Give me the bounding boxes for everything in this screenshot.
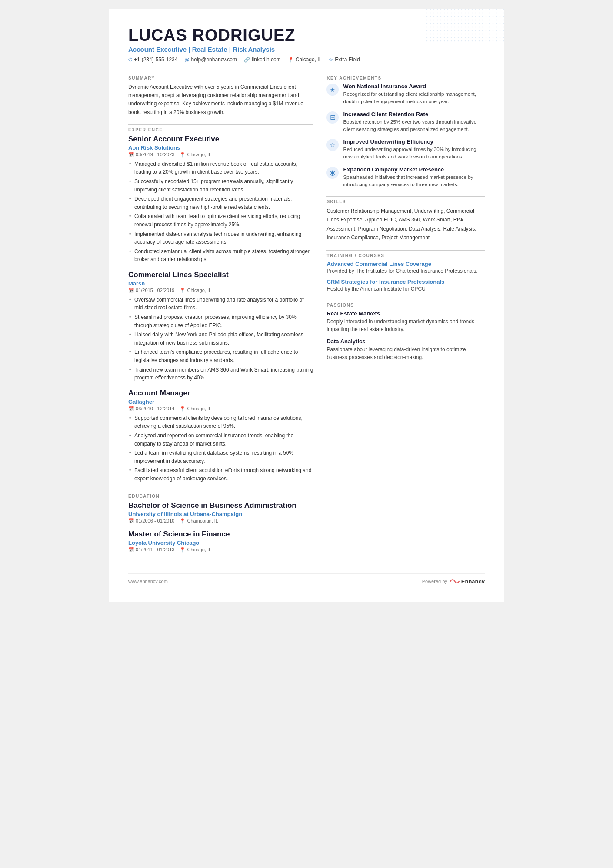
job-block-3: Account Manager Gallagher 📅 06/2010 - 12… [128, 389, 313, 483]
training-label: TRAINING / COURSES [326, 250, 485, 258]
edu-location-1: 📍 Champaign, IL [180, 518, 218, 524]
training-item-1: CRM Strategies for Insurance Professiona… [326, 278, 485, 292]
contact-phone: ✆ +1-(234)-555-1234 [128, 57, 177, 63]
edu-location-2: 📍 Chicago, IL [180, 547, 211, 553]
contact-email: @ help@enhancv.com [184, 57, 237, 63]
achievement-desc-2: Reduced underwriting approval times by 3… [343, 146, 485, 161]
achievements-label: KEY ACHIEVEMENTS [326, 73, 485, 80]
bullet-1-3: Collaborated with team lead to optimize … [128, 212, 313, 228]
skills-label: SKILLS [326, 196, 485, 204]
achievement-icon-1: ⊟ [326, 111, 339, 124]
bullet-1-1: Successfully negotiated 15+ program rene… [128, 178, 313, 194]
location-icon-3: 📍 [180, 406, 186, 411]
job-dates-2: 📅 01/2015 - 02/2019 [128, 288, 174, 293]
footer-website: www.enhancv.com [128, 579, 168, 584]
edu-meta-2: 📅 01/2011 - 01/2013 📍 Chicago, IL [128, 547, 313, 553]
calendar-icon-e2: 📅 [128, 547, 134, 552]
achievement-title-0: Won National Insurance Award [343, 83, 485, 90]
edu-degree-2: Master of Science in Finance [128, 530, 313, 539]
training-section: TRAINING / COURSES Advanced Commercial L… [326, 250, 485, 292]
link-icon: 🔗 [244, 57, 250, 63]
achievement-title-3: Expanded Company Market Presence [343, 166, 485, 173]
job-location-3: 📍 Chicago, IL [180, 406, 211, 412]
edu-dates-2: 📅 01/2011 - 01/2013 [128, 547, 174, 553]
achievement-desc-1: Boosted retention by 25% over two years … [343, 118, 485, 134]
resume-page: LUCAS RODRIGUEZ Account Executive | Real… [109, 9, 504, 602]
achievement-icon-0: ★ [326, 84, 339, 96]
summary-text: Dynamic Account Executive with over 5 ye… [128, 83, 313, 117]
passion-item-0: Real Estate Markets Deeply interested in… [326, 310, 485, 334]
location-icon: 📍 [288, 57, 294, 63]
bullet-3-2: Led a team in revitalizing client databa… [128, 449, 313, 465]
job-meta-2: 📅 01/2015 - 02/2019 📍 Chicago, IL [128, 288, 313, 293]
bullet-2-0: Oversaw commercial lines underwriting an… [128, 296, 313, 312]
bullet-2-4: Trained new team members on AMS 360 and … [128, 366, 313, 382]
job-company-2: Marsh [128, 280, 313, 287]
bullet-1-0: Managed a diversified $1 million revenue… [128, 160, 313, 176]
training-title-1: CRM Strategies for Insurance Professiona… [326, 278, 485, 285]
location-icon-e1: 📍 [180, 518, 186, 523]
job-location-1: 📍 Chicago, IL [180, 152, 211, 158]
job-block-1: Senior Account Executive Aon Risk Soluti… [128, 135, 313, 264]
achievement-desc-0: Recognized for outstanding client relati… [343, 90, 485, 106]
left-column: SUMMARY Dynamic Account Executive with o… [128, 73, 313, 560]
achievement-1: ⊟ Increased Client Retention Rate Booste… [326, 111, 485, 134]
email-icon: @ [184, 57, 189, 62]
edu-school-2: Loyola University Chicago [128, 540, 313, 546]
summary-label: SUMMARY [128, 73, 313, 80]
achievement-3: ◉ Expanded Company Market Presence Spear… [326, 166, 485, 189]
calendar-icon-2: 📅 [128, 288, 134, 293]
passions-section: PASSIONS Real Estate Markets Deeply inte… [326, 300, 485, 362]
passion-desc-1: Passionate about leveraging data-driven … [326, 345, 485, 362]
skills-text: Customer Relationship Management, Underw… [326, 207, 485, 242]
contact-location: 📍 Chicago, IL [288, 57, 322, 63]
job-title-2: Commercial Lines Specialist [128, 271, 313, 279]
skills-section: SKILLS Customer Relationship Management,… [326, 196, 485, 242]
page-footer: www.enhancv.com Powered by Enhancv [128, 573, 485, 585]
summary-section: SUMMARY Dynamic Account Executive with o… [128, 73, 313, 117]
job-bullets-1: Managed a diversified $1 million revenue… [128, 160, 313, 264]
job-company-1: Aon Risk Solutions [128, 144, 313, 151]
achievement-icon-3: ◉ [326, 167, 339, 179]
education-section: EDUCATION Bachelor of Science in Busines… [128, 491, 313, 553]
calendar-icon-e1: 📅 [128, 518, 134, 523]
bullet-2-3: Enhanced team's compliance procedures, r… [128, 348, 313, 364]
candidate-name: LUCAS RODRIGUEZ [128, 26, 485, 45]
experience-section: EXPERIENCE Senior Account Executive Aon … [128, 124, 313, 483]
location-icon-e2: 📍 [180, 547, 186, 552]
contact-linkedin: 🔗 linkedin.com [244, 57, 281, 63]
main-columns: SUMMARY Dynamic Account Executive with o… [128, 73, 485, 560]
passion-desc-0: Deeply interested in understanding marke… [326, 318, 485, 334]
bullet-1-4: Implemented data-driven analysis techniq… [128, 230, 313, 246]
achievement-2: ☆ Improved Underwriting Efficiency Reduc… [326, 138, 485, 161]
training-desc-0: Provided by The Institutes for Chartered… [326, 268, 485, 274]
job-location-2: 📍 Chicago, IL [180, 288, 211, 293]
passion-title-0: Real Estate Markets [326, 310, 485, 317]
job-company-3: Gallagher [128, 399, 313, 405]
bullet-3-0: Supported commercial clients by developi… [128, 414, 313, 430]
resume-header: LUCAS RODRIGUEZ Account Executive | Real… [128, 26, 485, 63]
bullet-3-1: Analyzed and reported on commercial insu… [128, 432, 313, 448]
achievement-desc-3: Spearheaded initiatives that increased m… [343, 174, 485, 189]
location-icon-1: 📍 [180, 152, 186, 157]
experience-label: EXPERIENCE [128, 124, 313, 132]
passion-item-1: Data Analytics Passionate about leveragi… [326, 338, 485, 362]
calendar-icon-3: 📅 [128, 406, 134, 411]
bullet-2-1: Streamlined proposal creation processes,… [128, 313, 313, 329]
job-bullets-3: Supported commercial clients by developi… [128, 414, 313, 483]
job-meta-1: 📅 03/2019 - 10/2023 📍 Chicago, IL [128, 152, 313, 158]
education-label: EDUCATION [128, 491, 313, 499]
phone-icon: ✆ [128, 57, 132, 63]
edu-meta-1: 📅 01/2006 - 01/2010 📍 Champaign, IL [128, 518, 313, 524]
achievement-content-1: Increased Client Retention Rate Boosted … [343, 111, 485, 134]
achievement-0: ★ Won National Insurance Award Recognize… [326, 83, 485, 106]
right-column: KEY ACHIEVEMENTS ★ Won National Insuranc… [326, 73, 485, 560]
location-icon-2: 📍 [180, 288, 186, 293]
training-desc-1: Hosted by the American Institute for CPC… [326, 286, 485, 292]
bullet-3-3: Facilitated successful client acquisitio… [128, 466, 313, 483]
passions-label: PASSIONS [326, 300, 485, 308]
job-meta-3: 📅 06/2010 - 12/2014 📍 Chicago, IL [128, 406, 313, 412]
job-title-1: Senior Account Executive [128, 135, 313, 144]
contact-line: ✆ +1-(234)-555-1234 @ help@enhancv.com 🔗… [128, 57, 485, 63]
candidate-title: Account Executive | Real Estate | Risk A… [128, 46, 485, 53]
